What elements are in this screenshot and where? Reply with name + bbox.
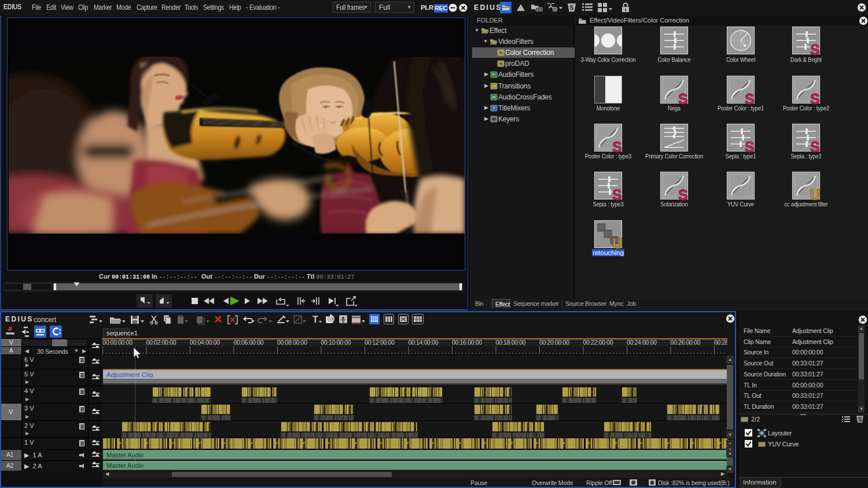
svg-text:00:16:00:00: 00:16:00:00 (452, 339, 482, 346)
svg-text:00:18:00:00: 00:18:00:00 (496, 339, 526, 346)
svg-text:00:28:0: 00:28:0 (714, 339, 727, 346)
svg-text:00:08:00:00: 00:08:00:00 (277, 339, 307, 346)
svg-text:00:20:00:00: 00:20:00:00 (539, 339, 569, 346)
svg-text:Master Audio: Master Audio (106, 462, 144, 469)
svg-text:00:02:00:00: 00:02:00:00 (146, 339, 176, 346)
svg-text:Master Audio: Master Audio (106, 452, 144, 459)
svg-text:T: T (492, 106, 495, 111)
svg-text:00:10:00:00: 00:10:00:00 (321, 339, 351, 346)
svg-text:00:04:00:00: 00:04:00:00 (190, 339, 220, 346)
svg-text:T: T (312, 315, 318, 324)
svg-text:00:06:00:00: 00:06:00:00 (234, 339, 264, 346)
svg-text:S: S (569, 4, 573, 11)
svg-text:00:00:00:00: 00:00:00:00 (102, 339, 133, 346)
svg-text:S: S (858, 416, 862, 423)
svg-text:00:24:00:00: 00:24:00:00 (627, 339, 657, 346)
svg-text:00:12:00:00: 00:12:00:00 (365, 339, 395, 346)
svg-text:00:26:00:00: 00:26:00:00 (671, 339, 701, 346)
svg-text:00:22:00:00: 00:22:00:00 (583, 339, 613, 346)
svg-text:Adjustment Clip: Adjustment Clip (106, 371, 153, 378)
svg-text:00:14:00:00: 00:14:00:00 (409, 339, 439, 346)
